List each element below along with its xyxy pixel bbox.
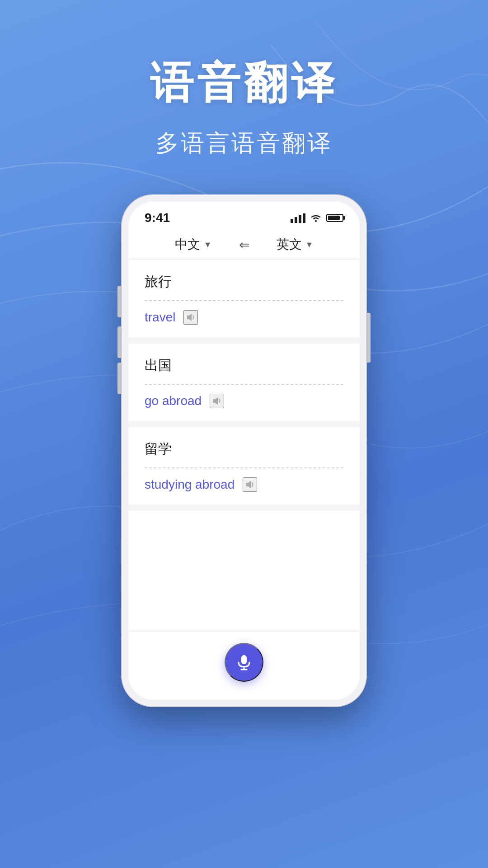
language-bar: 中文 ▼ ⇐ 英文 ▼: [128, 229, 360, 260]
status-bar: 9:41: [128, 202, 360, 229]
translation-row-2: go abroad: [145, 394, 343, 408]
source-text-1: 旅行: [145, 273, 343, 291]
divider-3: [145, 467, 343, 468]
source-lang-label: 中文: [175, 236, 200, 253]
phone-frame: 9:41: [122, 195, 366, 706]
translation-card: 出国 go abroad: [128, 344, 360, 421]
translated-text-1: travel: [145, 310, 175, 325]
speaker-icon-2: [211, 395, 223, 407]
translated-text-3: studying abroad: [145, 477, 235, 492]
speaker-icon-1: [184, 311, 197, 324]
bottom-area: [128, 632, 360, 700]
wifi-icon: [310, 213, 322, 222]
translation-card: 旅行 travel: [128, 260, 360, 337]
svg-point-0: [315, 220, 317, 222]
svg-rect-1: [241, 655, 247, 664]
microphone-icon: [235, 653, 253, 671]
translation-row-1: travel: [145, 310, 343, 325]
status-icons: [291, 213, 343, 223]
swap-icon[interactable]: ⇐: [239, 237, 249, 252]
main-title: 语音翻译: [0, 54, 488, 113]
phone-container: 9:41: [0, 195, 488, 706]
source-lang-selector[interactable]: 中文 ▼: [175, 236, 212, 253]
empty-content-area: [128, 511, 360, 632]
speaker-button-1[interactable]: [183, 310, 198, 325]
header-section: 语音翻译 多语言语音翻译: [0, 0, 488, 159]
translation-list: 旅行 travel 出国: [128, 260, 360, 632]
divider-1: [145, 300, 343, 301]
translated-text-2: go abroad: [145, 394, 202, 408]
target-lang-label: 英文: [277, 236, 302, 253]
sub-title: 多语言语音翻译: [0, 127, 488, 159]
status-time: 9:41: [145, 211, 170, 225]
target-lang-arrow-icon: ▼: [305, 240, 314, 250]
translation-row-3: studying abroad: [145, 477, 343, 492]
source-text-2: 出国: [145, 356, 343, 375]
mic-button[interactable]: [225, 643, 263, 682]
target-lang-selector[interactable]: 英文 ▼: [277, 236, 314, 253]
divider-2: [145, 384, 343, 385]
speaker-icon-3: [244, 478, 256, 491]
source-lang-arrow-icon: ▼: [204, 240, 212, 250]
battery-icon: [326, 214, 343, 222]
speaker-button-3[interactable]: [243, 477, 257, 492]
source-text-3: 留学: [145, 440, 343, 458]
signal-icon: [291, 213, 305, 223]
speaker-button-2[interactable]: [210, 394, 224, 408]
translation-card: 留学 studying abroad: [128, 427, 360, 505]
phone-screen: 9:41: [128, 202, 360, 700]
